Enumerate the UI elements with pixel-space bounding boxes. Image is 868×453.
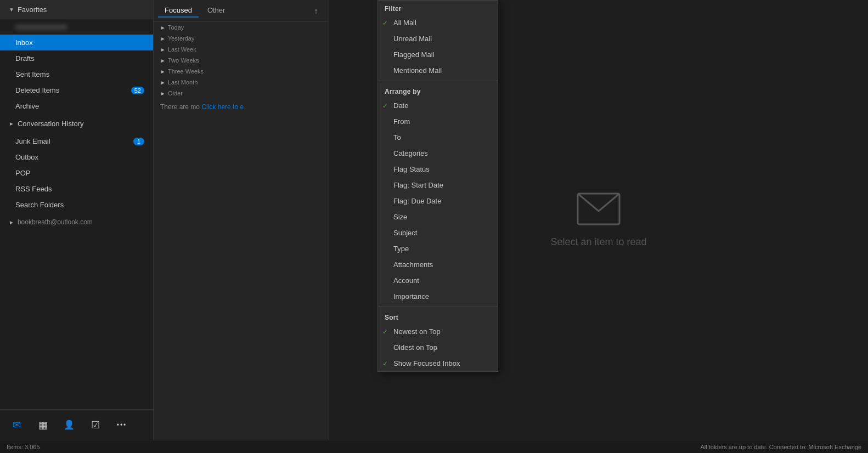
date-group-last-month[interactable]: ► Last Month — [154, 77, 329, 88]
arrange-from-label: From — [393, 117, 410, 126]
rss-label: RSS Feeds — [15, 185, 52, 193]
sidebar-item-sent[interactable]: Sent Items — [0, 66, 153, 82]
sidebar-item-archive[interactable]: Archive — [0, 98, 153, 114]
arrange-importance-label: Importance — [393, 292, 429, 301]
tab-focused[interactable]: Focused — [158, 4, 199, 18]
arrange-section-label: Arrange by — [378, 83, 498, 98]
unread-mail-label: Unread Mail — [393, 35, 432, 43]
mail-nav-icon: ✉ — [13, 419, 21, 431]
sidebar-item-junk[interactable]: Junk Email 1 — [0, 133, 153, 149]
drafts-label: Drafts — [15, 54, 35, 63]
date-group-three-weeks[interactable]: ► Three Weeks — [154, 66, 329, 77]
flagged-mail-label: Flagged Mail — [393, 50, 434, 59]
sidebar-item-outbox[interactable]: Outbox — [0, 149, 153, 165]
date-group-two-weeks[interactable]: ► Two Weeks — [154, 55, 329, 66]
arrange-attachments[interactable]: Attachments — [378, 257, 498, 273]
date-group-older[interactable]: ► Older — [154, 88, 329, 99]
arrange-date-label: Date — [393, 101, 408, 110]
date-check: ✓ — [382, 102, 388, 110]
arrange-date[interactable]: ✓ Date — [378, 98, 498, 114]
status-bar: Items: 3,065 All folders are up to date.… — [0, 440, 868, 453]
arrange-flag-status-label: Flag Status — [393, 165, 430, 173]
all-mail-label: All Mail — [393, 19, 416, 27]
arrange-account[interactable]: Account — [378, 273, 498, 288]
arrange-from[interactable]: From — [378, 114, 498, 129]
conv-history-label: Conversation History — [18, 120, 84, 128]
older-chevron: ► — [160, 90, 166, 97]
newest-on-top-label: Newest on Top — [393, 327, 441, 336]
arrange-size[interactable]: Size — [378, 209, 498, 225]
arrange-flag-start-date[interactable]: Flag: Start Date — [378, 177, 498, 193]
more-items-link[interactable]: Click here to — [201, 103, 238, 111]
sort-oldest-on-top[interactable]: Oldest on Top — [378, 339, 498, 355]
sort-section-label: Sort — [378, 309, 498, 324]
sidebar-item-search-folders[interactable]: Search Folders — [0, 197, 153, 213]
sort-direction-button[interactable]: ↑ — [308, 3, 324, 19]
sidebar-item-inbox[interactable]: Inbox — [0, 35, 153, 50]
message-list-header: Focused Other ↑ — [154, 0, 329, 22]
two-weeks-label: Two Weeks — [168, 57, 199, 64]
today-chevron: ► — [160, 25, 166, 31]
date-group-yesterday[interactable]: ► Yesterday — [154, 33, 329, 44]
filter-flagged-mail[interactable]: Flagged Mail — [378, 47, 498, 63]
account-blurred-text: ●●●●●●●●●●●●● — [15, 23, 67, 31]
account2-chevron: ► — [9, 219, 14, 225]
arrange-subject[interactable]: Subject — [378, 225, 498, 241]
sort-newest-on-top[interactable]: ✓ Newest on Top — [378, 324, 498, 339]
all-mail-check: ✓ — [382, 19, 388, 27]
sidebar-item-deleted[interactable]: Deleted Items 52 — [0, 82, 153, 98]
deleted-label: Deleted Items — [15, 86, 59, 94]
more-nav-icon: ••• — [117, 421, 127, 429]
date-group-today[interactable]: ► Today — [154, 22, 329, 33]
newest-check: ✓ — [382, 328, 388, 336]
tasks-nav-button[interactable]: ☑ — [83, 413, 108, 437]
two-weeks-chevron: ► — [160, 58, 166, 64]
tab-other[interactable]: Other — [201, 4, 232, 18]
bottom-nav: ✉ ▦ 👤 ☑ ••• — [0, 409, 153, 440]
arrange-to[interactable]: To — [378, 129, 498, 145]
arrange-type[interactable]: Type — [378, 241, 498, 257]
sidebar-item-pop[interactable]: POP — [0, 165, 153, 181]
mail-nav-button[interactable]: ✉ — [4, 413, 29, 437]
favorites-chevron: ▼ — [9, 7, 14, 13]
three-weeks-chevron: ► — [160, 69, 166, 75]
filter-mentioned-mail[interactable]: Mentioned Mail — [378, 63, 498, 78]
favorites-header[interactable]: ▼ Favorites — [0, 0, 153, 19]
sidebar-account2[interactable]: ► bookbreath@outlook.com — [0, 213, 153, 231]
status-right: All folders are up to date. Connected to… — [701, 444, 862, 450]
arrange-importance[interactable]: Importance — [378, 288, 498, 304]
arrange-subject-label: Subject — [393, 229, 417, 237]
sidebar-item-rss[interactable]: RSS Feeds — [0, 181, 153, 197]
date-group-last-week[interactable]: ► Last Week — [154, 44, 329, 55]
today-label: Today — [168, 24, 184, 31]
yesterday-label: Yesterday — [168, 35, 195, 42]
arrange-categories[interactable]: Categories — [378, 145, 498, 161]
divider-2 — [378, 307, 498, 307]
arrange-flag-status[interactable]: Flag Status — [378, 161, 498, 177]
more-items-suffix: e — [240, 103, 244, 111]
people-nav-button[interactable]: 👤 — [57, 413, 81, 437]
mail-icon-large — [550, 192, 646, 228]
sidebar-blurred-account[interactable]: ●●●●●●●●●●●●● — [0, 19, 153, 35]
pop-label: POP — [15, 169, 30, 177]
show-focused-inbox-label: Show Focused Inbox — [393, 359, 460, 367]
arrange-categories-label: Categories — [393, 149, 428, 157]
arrange-size-label: Size — [393, 213, 407, 221]
junk-label: Junk Email — [15, 137, 50, 145]
conv-history-header[interactable]: ► Conversation History — [0, 114, 153, 133]
outbox-label: Outbox — [15, 153, 38, 161]
status-left: Items: 3,065 — [7, 444, 40, 450]
arrange-type-label: Type — [393, 245, 409, 253]
sidebar-item-drafts[interactable]: Drafts — [0, 50, 153, 66]
more-items-bar: There are mo Click here to e — [154, 99, 329, 115]
arrange-flag-due-date[interactable]: Flag: Due Date — [378, 193, 498, 209]
inbox-label: Inbox — [15, 38, 33, 47]
filter-all-mail[interactable]: ✓ All Mail — [378, 15, 498, 31]
filter-unread-mail[interactable]: Unread Mail — [378, 31, 498, 47]
sort-show-focused-inbox[interactable]: ✓ Show Focused Inbox — [378, 355, 498, 371]
more-nav-button[interactable]: ••• — [110, 413, 134, 437]
filter-section-label: Filter — [378, 1, 498, 15]
calendar-nav-button[interactable]: ▦ — [31, 413, 55, 437]
divider-1 — [378, 81, 498, 81]
deleted-badge: 52 — [131, 87, 144, 94]
